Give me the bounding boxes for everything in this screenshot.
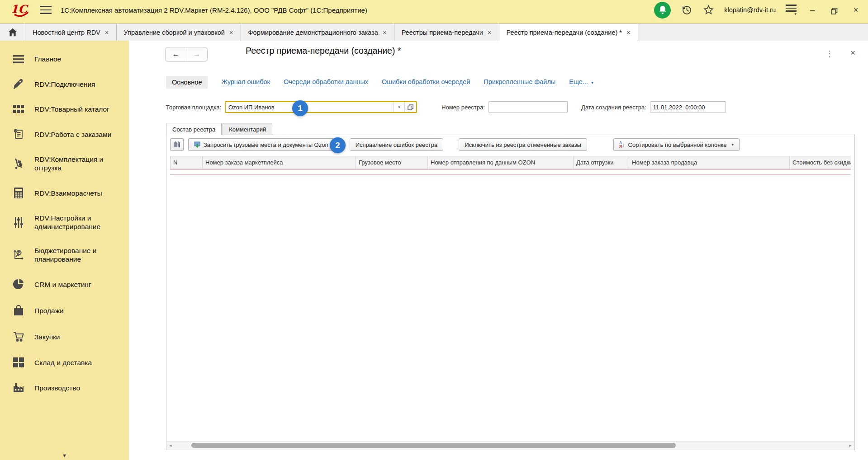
inner-tabs: Состав реестра Комментарий [166,122,855,135]
scroll-right-icon[interactable]: ▸ [847,443,854,448]
tab-close-icon[interactable]: × [383,28,387,36]
history-nav-buttons: ← → [165,47,208,61]
nav-main[interactable]: Основное [166,76,208,89]
pie-chart-icon [12,279,25,290]
minimize-button[interactable]: – [806,5,818,15]
horizontal-scrollbar[interactable]: ◂ ▸ [167,441,854,449]
barcode-icon [174,141,180,148]
table-toolbar: Запросить грузовые места и документы Ozo… [166,135,854,154]
shopping-cart-icon [12,331,25,342]
form-close-icon[interactable]: × [850,48,855,58]
tab-demo-order[interactable]: Формирование демонстрационного заказа × [241,24,394,41]
form-title: Реестр приема-передачи (создание) * [246,46,401,56]
sidebar-item-budgeting[interactable]: Бюджетирование и планирование [0,239,129,271]
sidebar-item-production[interactable]: Производство [0,375,129,400]
sidebar-item-crm[interactable]: CRM и маркетинг [0,271,129,297]
main-menu-icon[interactable] [40,6,52,14]
registry-number-label: Номер реестра: [441,104,485,111]
sidebar-item-warehouse[interactable]: Склад и доставка [0,350,129,375]
title-bar: 1С 1С:Комплексная автоматизация 2 RDV.Ма… [0,0,868,20]
warehouse-icon [12,357,25,367]
tab-news-center[interactable]: Новостной центр RDV × [25,24,117,41]
fix-errors-button[interactable]: Исправление ошибок реестра [350,138,444,151]
sidebar-item-rdv-settlements[interactable]: RDV:Взаиморасчеты [0,180,129,206]
sort-by-column-button[interactable]: АЯ ↓ Сортировать по выбранной колонке ▾ [613,138,740,151]
marketplace-value[interactable]: Ozon ИП Иванов [226,102,394,112]
form-nav-links: Основное Журнал ошибок Очереди обработки… [166,75,593,89]
tab-registry-create[interactable]: Реестр приема-передачи (создание) * × [499,24,638,41]
sidebar-item-rdv-orders[interactable]: RDV:Работа с заказами [0,121,129,147]
scrollbar-track[interactable] [174,441,847,449]
step-badge-2: 2 [330,137,346,153]
forward-button[interactable]: → [186,47,207,61]
sidebar-item-rdv-settings[interactable]: RDV:Настройки и администрирование [0,206,129,239]
marketplace-label: Торговая площадка: [166,104,221,111]
nav-error-log[interactable]: Журнал ошибок [221,78,270,86]
col-cost[interactable]: Стоимость без скидки [790,156,851,169]
sidebar-item-main[interactable]: Главное [0,47,129,71]
scroll-left-icon[interactable]: ◂ [167,443,174,448]
favorites-star-icon[interactable] [702,4,714,16]
tab-assembly-packing[interactable]: Управление сборкой и упаковкой × [117,24,241,41]
window-title: 1С:Комплексная автоматизация 2 RDV.Марке… [61,6,367,14]
tab-comment[interactable]: Комментарий [223,123,272,135]
header-fields: Торговая площадка: Ozon ИП Иванов ▾ Номе… [166,100,726,114]
service-menu-icon[interactable]: ▾ [786,5,797,15]
nav-more-menu[interactable]: Еще... ▾ [569,78,593,86]
restore-button[interactable] [828,5,840,14]
sort-az-icon: АЯ ↓ [619,141,625,148]
close-window-button[interactable]: × [850,5,862,15]
combo-dropdown-icon[interactable]: ▾ [394,102,404,112]
marketplace-combo[interactable]: Ozon ИП Иванов ▾ [225,101,417,113]
form-more-menu-icon[interactable]: ⋮ [825,49,834,59]
col-ozon-shipment[interactable]: Номер отправления по данным OZON [428,156,574,169]
chevron-down-icon: ▾ [591,80,593,85]
tab-close-icon[interactable]: × [626,28,631,36]
empty-row-indicator [170,169,851,175]
barcode-scan-button[interactable] [170,138,184,151]
form-area: ← → Реестр приема-передачи (создание) * … [129,41,868,460]
nav-attached-files[interactable]: Прикрепленные файлы [484,78,555,86]
request-cargo-button[interactable]: Запросить грузовые места и документы Ozo… [188,138,334,151]
registry-content-group: Состав реестра Комментарий [166,122,855,450]
tab-registries-list[interactable]: Реестры приема-передачи × [394,24,499,41]
registry-number-input[interactable] [489,101,568,113]
history-icon[interactable] [681,4,693,16]
table-header-row: N Номер заказа маркетплейса Грузовое мес… [170,156,851,169]
scrollbar-thumb[interactable] [191,443,676,448]
tabbar-empty-space [638,24,868,41]
app-window: 1С 1С:Комплексная автоматизация 2 RDV.Ма… [0,0,868,460]
sidebar-more-toggle[interactable]: ▼ [0,453,129,458]
notification-bell-icon[interactable] [654,2,671,19]
tab-close-icon[interactable]: × [229,28,233,36]
col-cargo-place[interactable]: Грузовое место [356,156,428,169]
shopping-bag-icon [12,305,25,316]
user-email[interactable]: klopatin@rdv-it.ru [724,6,776,14]
exclude-cancelled-button[interactable]: Исключить из реестра отмененные заказы [459,138,587,151]
tab-close-icon[interactable]: × [105,28,109,36]
sidebar-item-rdv-connections[interactable]: RDV:Подключения [0,71,129,97]
document-tab-bar: Новостной центр RDV × Управление сборкой… [0,20,868,41]
sidebar-item-purchases[interactable]: Закупки [0,324,129,350]
tab-composition[interactable]: Состав реестра [166,123,222,135]
rocket-icon [12,79,25,89]
back-button[interactable]: ← [166,47,186,61]
combo-open-icon[interactable] [404,102,416,112]
step-badge-1: 1 [292,100,308,116]
order-document-icon [12,129,25,140]
tab-close-icon[interactable]: × [488,28,492,36]
col-marketplace-order[interactable]: Номер заказа маркетплейса [203,156,356,169]
tab-home[interactable] [0,24,25,41]
sidebar-item-sales[interactable]: Продажи [0,297,129,324]
nav-queue-errors[interactable]: Ошибки обработки очередей [382,78,470,86]
calculator-icon [12,188,25,198]
sidebar-item-rdv-catalog[interactable]: RDV:Товарный каталог [0,97,129,121]
col-n[interactable]: N [171,156,203,169]
nav-data-queues[interactable]: Очереди обработки данных [284,78,368,86]
col-seller-order[interactable]: Номер заказа продавца [629,156,790,169]
factory-icon [12,383,25,393]
handtruck-icon [12,158,25,169]
sidebar-item-rdv-shipping[interactable]: RDV:Комплектация и отгрузка [0,147,129,180]
col-ship-date[interactable]: Дата отгрузки [574,156,629,169]
created-date-input[interactable] [650,101,726,113]
